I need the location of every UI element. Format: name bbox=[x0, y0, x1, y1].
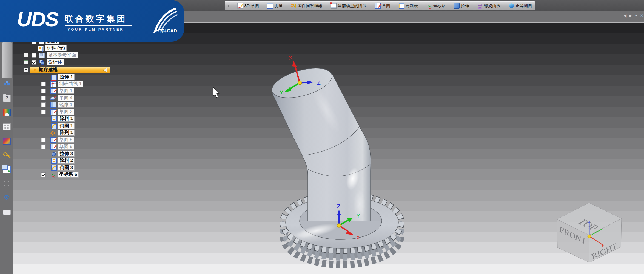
cutout-feature-icon bbox=[51, 158, 57, 164]
options-grid-icon[interactable] bbox=[3, 123, 11, 130]
modules-icon[interactable] bbox=[3, 81, 10, 87]
helix-curve-icon bbox=[477, 3, 483, 8]
cutout-feature-icon bbox=[51, 116, 57, 122]
isometric-view-icon bbox=[509, 3, 514, 8]
comment-icon[interactable] bbox=[3, 210, 11, 215]
toolbar-item-variables[interactable]: 变量 bbox=[267, 3, 283, 9]
toolbar-item-current-model-drawing[interactable]: 当前模型的图纸 bbox=[331, 3, 367, 9]
toolbar-nav-controls: ◀ ▶ ▼ ✕ bbox=[623, 13, 643, 18]
visibility-checkbox[interactable] bbox=[32, 60, 36, 65]
visibility-checkbox[interactable] bbox=[41, 172, 46, 177]
extrude-feature-icon bbox=[51, 151, 56, 156]
main-toolbar: 3D 草图 变量 零件间管理器 当前模型的图纸 草图 材料表 坐标系 拉伸 螺旋… bbox=[225, 1, 535, 10]
toolbar-item-extrude[interactable]: 拉伸 bbox=[454, 3, 469, 9]
ordered-modeling-icon bbox=[32, 67, 37, 72]
tree-item-round-3[interactable]: 倒圆 3 bbox=[0, 165, 129, 171]
tree-item-design-body[interactable]: 设计体 bbox=[0, 59, 129, 66]
variables-icon bbox=[267, 3, 273, 9]
toolbar-item-coordinate-system[interactable]: 坐标系 bbox=[426, 3, 445, 8]
extrude-feature-icon bbox=[51, 75, 57, 80]
product-name: 青锋CAD bbox=[160, 28, 177, 34]
current-model-drawing-icon bbox=[331, 3, 337, 9]
tree-item-pattern-1[interactable]: 阵列 1 bbox=[0, 130, 129, 136]
tree-item-coordinate-system-6[interactable]: 坐标系 6 bbox=[0, 172, 129, 178]
tree-item-reference-planes[interactable]: 基本参考平面 bbox=[0, 52, 129, 59]
material-icon bbox=[38, 46, 44, 51]
tree-item-ordered-modeling[interactable]: 顺序建模 bbox=[0, 67, 129, 73]
visibility-checkbox[interactable] bbox=[41, 138, 46, 142]
nav-next-icon[interactable]: ▶ bbox=[629, 13, 632, 18]
extrude-icon bbox=[454, 3, 460, 9]
mirror-icon bbox=[50, 102, 56, 108]
sketch-icon bbox=[50, 109, 56, 115]
expand-icon[interactable] bbox=[24, 60, 28, 64]
tree-item-cutout-1[interactable]: 除料 1 bbox=[0, 116, 129, 122]
visibility-checkbox[interactable] bbox=[41, 89, 46, 93]
collapse-icon[interactable] bbox=[24, 68, 28, 72]
toolbar-item-3d-sketch[interactable]: 3D 草图 bbox=[237, 3, 259, 9]
coordinate-system-icon bbox=[50, 172, 55, 177]
image-layers-icon[interactable] bbox=[3, 166, 11, 173]
tree-item-sketch-9[interactable]: 草图 9 bbox=[0, 144, 129, 150]
tree-item-cutout-2[interactable]: 除料 2 bbox=[0, 158, 129, 164]
toolbar-item-material-table[interactable]: 材料表 bbox=[399, 3, 418, 9]
tree-item-sketch-1[interactable]: 草图 1 bbox=[0, 88, 129, 94]
round-feature-icon bbox=[51, 123, 57, 129]
tree-item-round-1[interactable]: 倒圆 1 bbox=[0, 123, 129, 129]
brand-divider bbox=[147, 9, 147, 33]
tree-item-plane-4[interactable]: 平面 4 bbox=[0, 95, 129, 101]
visibility-checkbox[interactable] bbox=[32, 53, 36, 58]
panel-drag-handle[interactable] bbox=[2, 42, 12, 78]
toolbar-item-isometric-view[interactable]: 正等测图 bbox=[509, 3, 532, 8]
reference-planes-icon bbox=[39, 53, 45, 58]
nav-prev-icon[interactable]: ◀ bbox=[623, 13, 626, 18]
gear-icon[interactable]: ⚙ bbox=[3, 194, 10, 201]
table-curve-icon bbox=[50, 81, 56, 87]
toolbar-item-helix-curve[interactable]: 螺旋曲线 bbox=[477, 3, 500, 8]
round-feature-icon bbox=[51, 165, 57, 171]
toolbar-grip-handle[interactable] bbox=[228, 3, 229, 8]
render-settings-icon[interactable] bbox=[3, 109, 11, 116]
tree-item-extrude-1[interactable]: 拉伸 1 bbox=[0, 74, 129, 81]
tree-item-sketch-2[interactable]: 草图 2 bbox=[0, 109, 129, 115]
brand-underline bbox=[65, 25, 132, 26]
key-icon[interactable] bbox=[3, 152, 10, 158]
toolbar-item-sketch[interactable]: 草图 bbox=[375, 3, 390, 9]
visibility-checkbox[interactable] bbox=[41, 144, 46, 149]
selected-tree-item[interactable]: 顺序建模 bbox=[30, 67, 110, 73]
sketch-3d-icon bbox=[237, 3, 243, 9]
design-body-icon bbox=[39, 60, 44, 65]
plane-icon bbox=[50, 95, 55, 100]
tree-item-extrude-3[interactable]: 拉伸 3 bbox=[0, 151, 129, 157]
company-name: 联合数字集团 bbox=[65, 13, 127, 25]
tree-item-mirror-1[interactable]: 镜像 1 bbox=[0, 102, 129, 108]
nav-expand-icon[interactable]: ▼ bbox=[635, 14, 638, 17]
expand-icon[interactable] bbox=[24, 53, 28, 57]
material-table-icon bbox=[399, 3, 404, 9]
visibility-checkbox[interactable] bbox=[41, 96, 46, 100]
sketch-icon bbox=[50, 137, 56, 143]
brand-tagline: YOUR PLM PARTNER bbox=[67, 27, 124, 32]
tree-item-material[interactable]: 材料 (无) bbox=[0, 45, 129, 52]
left-tool-strip: ? ⚙ bbox=[0, 42, 13, 274]
visibility-checkbox[interactable] bbox=[41, 102, 46, 107]
help-folder-icon[interactable]: ? bbox=[3, 95, 11, 102]
brand-banner: UDS 联合数字集团 YOUR PLM PARTNER 青锋CAD bbox=[0, 0, 184, 42]
coordinate-system-icon bbox=[426, 3, 432, 8]
visibility-checkbox[interactable] bbox=[41, 110, 46, 114]
tree-item-sketch-8[interactable]: 草图 8 bbox=[0, 137, 129, 143]
uds-logo: UDS bbox=[17, 8, 58, 31]
close-icon[interactable]: ✕ bbox=[640, 13, 643, 18]
pattern-feature-icon bbox=[51, 130, 56, 135]
collapse-wedge-icon[interactable] bbox=[103, 68, 107, 72]
visibility-checkbox[interactable] bbox=[41, 82, 46, 86]
sketch-icon bbox=[50, 88, 56, 94]
sketch-icon bbox=[375, 3, 381, 9]
sketch-icon bbox=[50, 144, 56, 150]
color-palette-icon[interactable] bbox=[3, 138, 11, 145]
nodes-icon[interactable] bbox=[3, 180, 10, 187]
tree-item-table-curve-1[interactable]: 制表曲线 1 bbox=[0, 81, 129, 87]
toolbar-item-inter-part-manager[interactable]: 零件间管理器 bbox=[291, 3, 322, 8]
inter-part-manager-icon bbox=[291, 3, 296, 8]
